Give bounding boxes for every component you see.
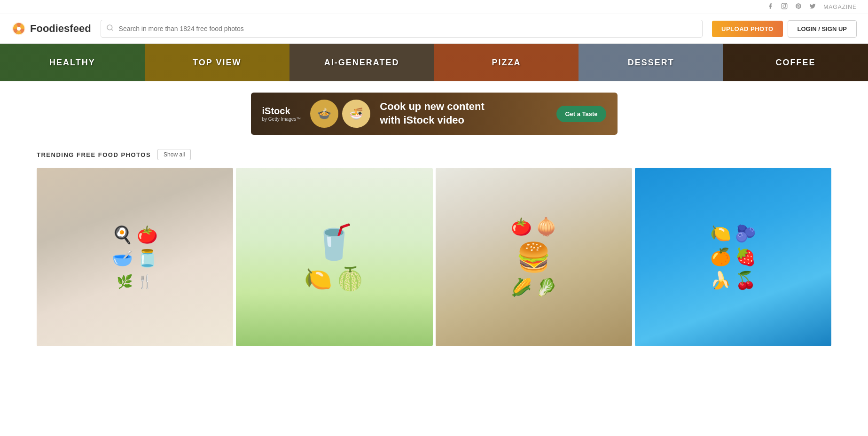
facebook-icon[interactable] [767,3,774,11]
svg-line-6 [111,29,113,31]
magazine-link[interactable]: MAGAZINE [823,4,857,10]
photo-grid: 🍳🍅 🥣🫙 🌿🍴 🥤 🍋🍈 [37,168,831,346]
category-coffee[interactable]: COFFEE [723,44,868,81]
category-pizza-label: PIZZA [492,58,521,68]
logo[interactable]: Foodiesfeed [11,21,91,36]
instagram-icon[interactable] [781,3,788,11]
photo-1-scene: 🍳🍅 🥣🫙 🌿🍴 [37,168,233,346]
search-icon [106,24,114,33]
photo-2-scene: 🥤 🍋🍈 [236,168,432,346]
photo-4-scene: 🍋🫐 🍊🍓 🍌🍒 [635,168,831,346]
top-bar: MAGAZINE [0,0,868,14]
logo-icon [11,21,26,36]
category-ai-label: AI-GENERATED [324,58,399,68]
svg-rect-0 [782,3,787,9]
ad-food-circle-1: 🍲 [310,100,338,128]
search-wrapper [101,20,703,38]
trending-section: TRENDING FREE FOOD PHOTOS Show all 🍳🍅 🥣🫙… [0,144,868,356]
photo-3-scene: 🍅🧅 🍔 🌽🥬 [436,168,632,346]
ad-brand-name: iStock [262,106,301,117]
ad-cta-button[interactable]: Get a Taste [556,106,606,122]
category-topview-label: TOP VIEW [193,58,241,68]
svg-point-1 [783,5,786,8]
twitter-icon[interactable] [809,3,816,11]
ad-food-circle-2: 🍜 [342,100,370,128]
show-all-button[interactable]: Show all [157,149,191,160]
photo-card-1[interactable]: 🍳🍅 🥣🫙 🌿🍴 [37,168,233,346]
pinterest-icon[interactable] [795,3,802,11]
svg-point-5 [107,25,112,30]
search-input[interactable] [101,20,703,38]
svg-point-2 [786,4,786,5]
category-healthy-label: HEALTHY [49,58,95,68]
ad-banner: iStock by Getty Images™ 🍲 🍜 Cook up new … [0,81,868,144]
category-coffee-label: COFFEE [776,58,816,68]
category-dessert[interactable]: DESSERT [579,44,723,81]
ad-inner: iStock by Getty Images™ 🍲 🍜 Cook up new … [251,93,618,135]
category-healthy[interactable]: HEALTHY [0,44,145,81]
category-strip: HEALTHY TOP VIEW AI-GENERATED PIZZA DESS… [0,44,868,81]
login-button[interactable]: LOGIN / SIGN UP [788,20,857,38]
trending-title: TRENDING FREE FOOD PHOTOS [37,151,151,158]
logo-text: Foodiesfeed [30,23,91,35]
category-dessert-label: DESSERT [628,58,674,68]
header: Foodiesfeed UPLOAD PHOTO LOGIN / SIGN UP [0,14,868,44]
header-actions: UPLOAD PHOTO LOGIN / SIGN UP [712,20,857,38]
ad-food-visuals: 🍲 🍜 [310,100,370,128]
ad-brand-sub: by Getty Images™ [262,117,301,122]
category-ai-generated[interactable]: AI-GENERATED [289,44,434,81]
photo-card-4[interactable]: 🍋🫐 🍊🍓 🍌🍒 [635,168,831,346]
trending-header: TRENDING FREE FOOD PHOTOS Show all [37,149,831,160]
ad-headline: Cook up new contentwith iStock video [380,100,547,127]
ad-brand: iStock by Getty Images™ [262,106,301,122]
svg-point-4 [17,27,21,31]
photo-card-3[interactable]: 🍅🧅 🍔 🌽🥬 [436,168,632,346]
upload-button[interactable]: UPLOAD PHOTO [712,21,783,37]
category-top-view[interactable]: TOP VIEW [145,44,289,81]
photo-card-2[interactable]: 🥤 🍋🍈 [236,168,432,346]
category-pizza[interactable]: PIZZA [434,44,579,81]
